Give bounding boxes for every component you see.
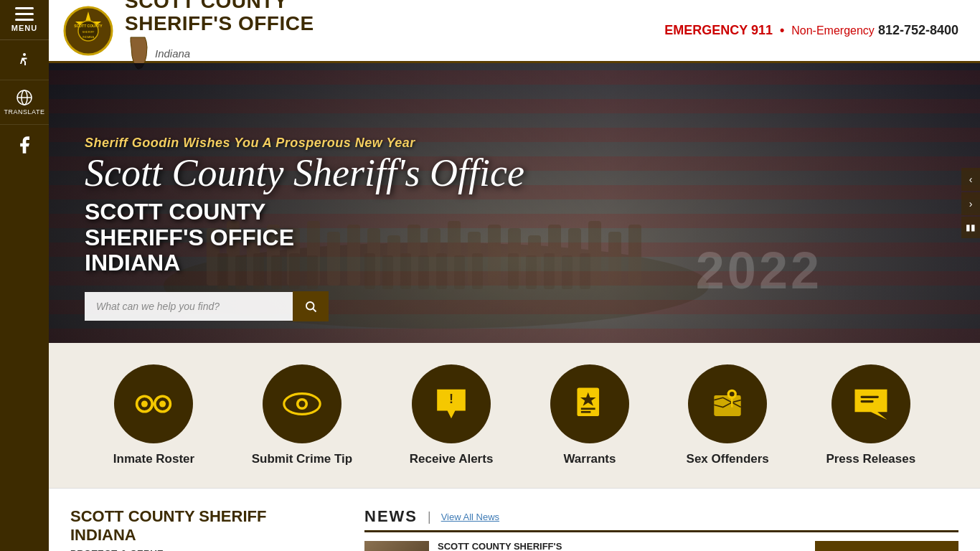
news-section-title: NEWS (364, 507, 418, 526)
svg-point-56 (141, 401, 148, 408)
dept-title: SCOTT COUNTY SHERIFF INDIANA (70, 507, 343, 545)
search-input[interactable] (85, 292, 293, 321)
news-header: NEWS | View All News (364, 507, 958, 532)
facebook-icon (14, 135, 34, 155)
svg-text:INDIANA: INDIANA (83, 35, 95, 39)
menu-label: MENU (11, 24, 37, 32)
sex-offenders-icon-circle (688, 364, 767, 443)
submit-crime-tip-icon-circle (263, 364, 341, 443)
search-button[interactable] (293, 291, 329, 321)
translate-button[interactable]: TRANSLATE (0, 80, 49, 125)
news-divider: | (428, 509, 431, 524)
view-all-news-link[interactable]: View All News (441, 512, 499, 522)
menu-button[interactable]: MENU (0, 0, 49, 40)
quick-links-section: Inmate Roster Submit Crime Tip ! Receive… (49, 343, 980, 489)
alert-chat-icon: ! (432, 385, 471, 423)
hero-pause-button[interactable]: ▮▮ (961, 217, 980, 238)
svg-text:SHERIFF: SHERIFF (82, 30, 95, 34)
hamburger-icon (15, 7, 34, 21)
news-secondary-item (815, 541, 958, 551)
facebook-button[interactable] (0, 125, 49, 165)
news-section: NEWS | View All News SCOTT COUNTY SHERIF… (364, 507, 958, 551)
svg-rect-69 (860, 396, 878, 398)
accessibility-icon (16, 52, 33, 69)
news-item-content: SCOTT COUNTY SHERIFF'S (438, 541, 562, 551)
quick-link-submit-crime-tip[interactable]: Submit Crime Tip (252, 364, 352, 466)
svg-point-68 (730, 392, 735, 397)
translate-label: TRANSLATE (4, 108, 45, 116)
news-item: SCOTT COUNTY SHERIFF'S (364, 541, 804, 551)
svg-text:!: ! (449, 392, 453, 406)
eye-icon (283, 385, 321, 423)
dept-subtitle: PROTECT & SERVE (70, 548, 343, 551)
sex-offenders-label: Sex Offenders (687, 452, 769, 466)
svg-point-57 (160, 401, 166, 408)
hero-title: SCOTT COUNTY SHERIFF'S OFFICE INDIANA (85, 199, 980, 276)
site-title: SCOTT COUNTY SHERIFF'S OFFICE (125, 0, 314, 34)
quick-link-inmate-roster[interactable]: Inmate Roster (113, 364, 194, 466)
svg-rect-64 (581, 408, 595, 410)
inmate-roster-label: Inmate Roster (113, 452, 194, 466)
hero-side-controls: ‹ › ▮▮ (961, 168, 980, 238)
quick-link-sex-offenders[interactable]: Sex Offenders (687, 364, 769, 466)
receive-alerts-icon-circle: ! (412, 364, 491, 443)
hero-next-button[interactable]: › (961, 192, 980, 215)
quick-link-receive-alerts[interactable]: ! Receive Alerts (410, 364, 494, 466)
submit-crime-tip-label: Submit Crime Tip (252, 452, 352, 466)
nonemergency-label: Non-Emergency (791, 24, 875, 37)
hero-tagline: Sheriff Goodin Wishes You A Prosperous N… (85, 136, 980, 151)
bottom-sections: SCOTT COUNTY SHERIFF INDIANA PROTECT & S… (49, 489, 980, 551)
hero-script-title: Scott County Sheriff's Office (85, 154, 980, 192)
accessibility-button[interactable] (0, 43, 49, 80)
hero-search-form[interactable] (85, 291, 329, 321)
warrants-label: Warrants (563, 452, 616, 466)
svg-rect-65 (581, 411, 591, 413)
press-releases-label: Press Releases (826, 452, 915, 466)
svg-rect-70 (860, 400, 873, 402)
svg-point-0 (23, 53, 26, 56)
press-releases-icon-circle (831, 364, 910, 443)
separator: • (780, 23, 784, 37)
news-item-title: SCOTT COUNTY SHERIFF'S (438, 541, 562, 551)
quick-link-warrants[interactable]: Warrants (550, 364, 629, 466)
map-pin-icon (708, 385, 747, 423)
svg-point-60 (298, 401, 305, 408)
emergency-label: EMERGENCY (664, 23, 748, 37)
dept-info-section: SCOTT COUNTY SHERIFF INDIANA PROTECT & S… (70, 507, 343, 551)
header-emergency-info: EMERGENCY 911 • Non-Emergency 812-752-84… (664, 23, 958, 38)
badge-document-icon (570, 385, 609, 423)
main-content: SCOTT COUNTY SHERIFF INDIANA SCOTT COUNT… (49, 0, 980, 551)
header: SCOTT COUNTY SHERIFF INDIANA SCOTT COUNT… (49, 0, 980, 63)
svg-line-52 (313, 309, 316, 311)
handcuffs-icon (134, 385, 173, 423)
news-item-thumbnail (364, 541, 429, 551)
hero-content: Sheriff Goodin Wishes You A Prosperous N… (49, 63, 980, 343)
quick-link-press-releases[interactable]: Press Releases (826, 364, 915, 466)
translate-icon (16, 89, 33, 106)
chat-icon (852, 385, 890, 423)
svg-point-51 (306, 302, 314, 310)
state-name: Indiana (155, 47, 190, 60)
inmate-roster-icon-circle (114, 364, 193, 443)
sidebar: MENU TRANSLATE (0, 0, 49, 551)
emergency-number-display: EMERGENCY 911 • Non-Emergency 812-752-84… (664, 23, 958, 38)
hero-year: 2022 (696, 241, 822, 300)
nonemergency-number: 812-752-8400 (878, 23, 958, 37)
header-title-block: SCOTT COUNTY SHERIFF'S OFFICE Indiana (125, 0, 314, 70)
search-icon (304, 300, 317, 313)
hero-section: Sheriff Goodin Wishes You A Prosperous N… (49, 63, 980, 343)
hero-prev-button[interactable]: ‹ (961, 168, 980, 191)
header-logo-area: SCOTT COUNTY SHERIFF INDIANA SCOTT COUNT… (63, 0, 314, 70)
emergency-number: 911 (751, 23, 773, 37)
receive-alerts-label: Receive Alerts (410, 452, 494, 466)
svg-text:SCOTT COUNTY: SCOTT COUNTY (74, 24, 103, 28)
hero-title-block: SCOTT COUNTY SHERIFF'S OFFICE INDIANA (85, 199, 980, 276)
news-items-list: SCOTT COUNTY SHERIFF'S (364, 541, 958, 551)
sheriff-badge-logo: SCOTT COUNTY SHERIFF INDIANA (63, 6, 113, 56)
warrants-icon-circle (550, 364, 629, 443)
